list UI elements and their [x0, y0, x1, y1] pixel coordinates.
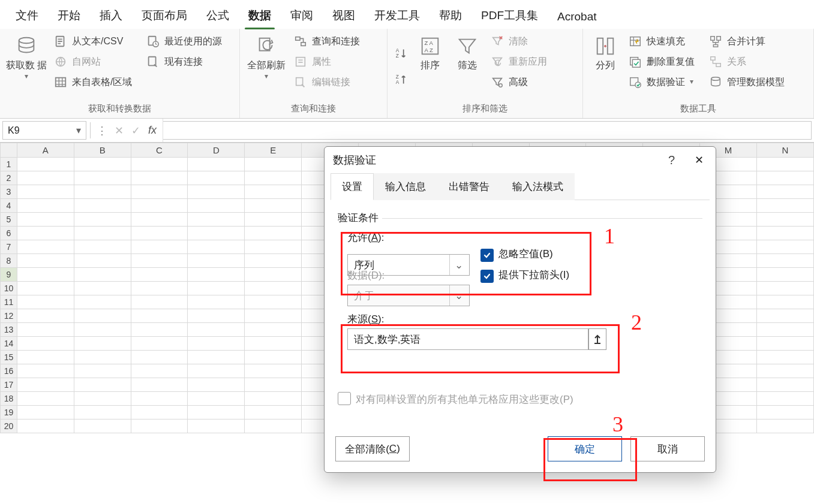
cell[interactable] — [131, 254, 188, 268]
sort-az-button[interactable]: AZ — [394, 46, 409, 61]
cell[interactable] — [17, 171, 74, 185]
row-header[interactable]: 10 — [1, 282, 17, 295]
clear-filter-button[interactable]: 清除 — [487, 32, 551, 50]
row-header[interactable]: 15 — [1, 351, 17, 364]
row-header[interactable]: 19 — [1, 406, 17, 420]
tab-view[interactable]: 视图 — [323, 2, 365, 29]
cell[interactable] — [74, 158, 131, 171]
cell[interactable] — [131, 378, 188, 392]
cell[interactable] — [757, 185, 814, 199]
tab-data[interactable]: 数据 — [239, 2, 281, 29]
tab-pagelayout[interactable]: 页面布局 — [132, 2, 197, 29]
column-header[interactable]: B — [74, 143, 131, 158]
cell[interactable] — [757, 282, 814, 295]
cell[interactable] — [74, 364, 131, 378]
reapply-button[interactable]: 重新应用 — [487, 53, 551, 71]
cell[interactable] — [17, 227, 74, 240]
column-header[interactable]: D — [188, 143, 245, 158]
cell[interactable] — [131, 323, 188, 337]
cell[interactable] — [131, 364, 188, 378]
cell[interactable] — [74, 171, 131, 185]
cell[interactable] — [188, 295, 245, 309]
cell[interactable] — [757, 351, 814, 364]
cell[interactable] — [17, 185, 74, 199]
recent-sources-button[interactable]: 最近使用的源 — [143, 32, 226, 50]
consolidate-button[interactable]: 合并计算 — [705, 32, 788, 50]
data-validation-button[interactable]: 数据验证 ▾ — [625, 73, 698, 91]
column-header[interactable]: C — [131, 143, 188, 158]
cell[interactable] — [17, 406, 74, 420]
cell[interactable] — [74, 378, 131, 392]
cell[interactable] — [74, 240, 131, 254]
cell[interactable] — [74, 323, 131, 337]
cell[interactable] — [74, 420, 131, 433]
get-data-button[interactable]: 获取数 据 ▾ — [5, 32, 48, 101]
cell[interactable] — [188, 420, 245, 433]
cell[interactable] — [131, 420, 188, 433]
cell[interactable] — [17, 254, 74, 268]
tab-pdftools[interactable]: PDF工具集 — [471, 2, 548, 29]
row-header[interactable]: 1 — [1, 158, 17, 171]
sort-za-button[interactable]: ZA — [394, 72, 409, 87]
cancel-icon[interactable]: ✕ — [112, 124, 125, 137]
source-input[interactable]: 语文,数学,英语 — [347, 328, 588, 350]
cell[interactable] — [131, 392, 188, 406]
row-header[interactable]: 12 — [1, 309, 17, 323]
cell[interactable] — [131, 171, 188, 185]
cell[interactable] — [131, 213, 188, 227]
sort-button[interactable]: Z AA Z 排序 — [413, 32, 447, 101]
cell[interactable] — [757, 268, 814, 282]
edit-links-button[interactable]: 编辑链接 — [290, 73, 364, 91]
row-header[interactable]: 2 — [1, 171, 17, 185]
cell[interactable] — [131, 199, 188, 213]
cell[interactable] — [17, 199, 74, 213]
cell[interactable] — [188, 213, 245, 227]
cell[interactable] — [245, 295, 302, 309]
tab-review[interactable]: 审阅 — [281, 2, 323, 29]
cell[interactable] — [188, 227, 245, 240]
cell[interactable] — [131, 185, 188, 199]
cell[interactable] — [131, 406, 188, 420]
cell[interactable] — [245, 227, 302, 240]
row-header[interactable]: 20 — [1, 420, 17, 433]
text-to-columns-button[interactable]: 分列 — [588, 32, 623, 101]
cell[interactable] — [188, 185, 245, 199]
cell[interactable] — [757, 227, 814, 240]
cell[interactable] — [188, 171, 245, 185]
row-header[interactable]: 6 — [1, 227, 17, 240]
ignore-blank-checkbox[interactable]: 忽略空值(B) — [480, 247, 569, 262]
select-all-corner[interactable] — [1, 143, 17, 158]
cell[interactable] — [17, 392, 74, 406]
cell[interactable] — [757, 240, 814, 254]
manage-data-model-button[interactable]: 管理数据模型 — [705, 73, 788, 91]
row-header[interactable]: 17 — [1, 378, 17, 392]
fx-icon[interactable]: fx — [146, 124, 159, 137]
tab-insert[interactable]: 插入 — [90, 2, 132, 29]
row-header[interactable]: 8 — [1, 254, 17, 268]
row-header[interactable]: 5 — [1, 213, 17, 227]
cell[interactable] — [245, 254, 302, 268]
cell[interactable] — [245, 282, 302, 295]
cell[interactable] — [17, 420, 74, 433]
cell[interactable] — [757, 295, 814, 309]
cell[interactable] — [245, 268, 302, 282]
refresh-all-button[interactable]: 全部刷新 ▾ — [245, 32, 288, 101]
cell[interactable] — [757, 199, 814, 213]
cell[interactable] — [188, 364, 245, 378]
cancel-button[interactable]: 取消 — [630, 436, 705, 461]
row-header[interactable]: 4 — [1, 199, 17, 213]
cell[interactable] — [188, 240, 245, 254]
cell[interactable] — [74, 282, 131, 295]
cell[interactable] — [74, 185, 131, 199]
cell[interactable] — [245, 309, 302, 323]
advanced-filter-button[interactable]: 高级 — [487, 73, 551, 91]
cell[interactable] — [245, 323, 302, 337]
tab-file[interactable]: 文件 — [6, 2, 48, 29]
apply-all-checkbox[interactable]: 对有同样设置的所有其他单元格应用这些更改(P) — [338, 394, 573, 405]
in-cell-dropdown-checkbox[interactable]: 提供下拉箭头(I) — [480, 268, 569, 283]
cell[interactable] — [188, 406, 245, 420]
cell[interactable] — [245, 158, 302, 171]
cell[interactable] — [757, 337, 814, 351]
range-select-button[interactable] — [588, 328, 606, 350]
cell[interactable] — [245, 213, 302, 227]
